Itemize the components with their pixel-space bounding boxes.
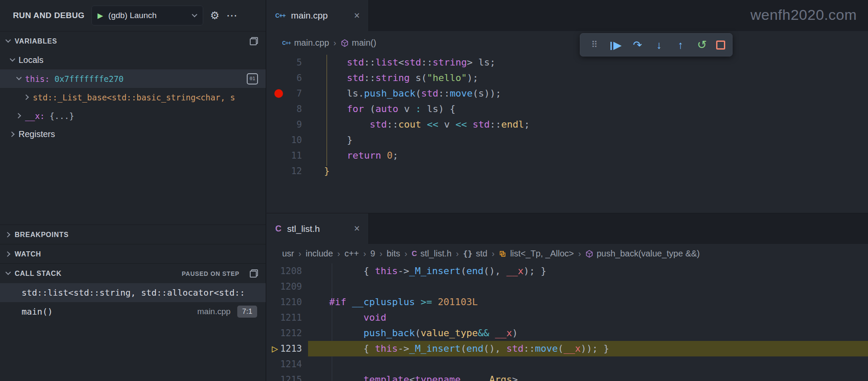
code-text[interactable]: return 0;	[267, 148, 868, 163]
code-text[interactable]: push_back(value_type&& __x)	[267, 325, 868, 341]
code-text[interactable]: }	[267, 132, 868, 148]
line-number[interactable]: 1215	[267, 372, 302, 381]
collapse-all-icon[interactable]	[250, 269, 258, 278]
line-number[interactable]: 1212	[267, 325, 302, 341]
breadcrumb-label: stl_list.h	[420, 249, 451, 259]
gear-icon[interactable]: ⚙	[210, 9, 220, 22]
cpp-file-icon: C++	[275, 12, 285, 19]
breadcrumb-item[interactable]: Cstl_list.h	[412, 249, 452, 259]
breadcrumb-item[interactable]: include	[305, 249, 333, 259]
code-text[interactable]: void	[267, 310, 868, 325]
code-line[interactable]: 8 for (auto v : ls) {	[267, 101, 868, 117]
binary-view-icon[interactable]: 01	[247, 73, 258, 84]
frame-position-badge: 7:1	[237, 306, 257, 318]
line-number[interactable]: 12	[267, 163, 302, 179]
stop-button[interactable]	[716, 41, 725, 50]
code-line[interactable]: 10 }	[267, 132, 868, 148]
breadcrumb-item[interactable]: list<_Tp, _Alloc>	[499, 249, 574, 259]
line-number[interactable]: 8	[267, 101, 302, 117]
code-line[interactable]: 1212 push_back(value_type&& __x)	[267, 325, 868, 341]
line-number[interactable]: 10	[267, 132, 302, 148]
line-number[interactable]: 7	[267, 86, 302, 101]
variables-scope-locals[interactable]: Locals	[0, 51, 266, 69]
code-line[interactable]: 5 std::list<std::string> ls;	[267, 55, 868, 70]
line-number[interactable]: 1214	[267, 356, 302, 372]
breadcrumb-item[interactable]: bits	[387, 249, 400, 259]
line-number[interactable]: 1210	[267, 294, 302, 310]
code-text[interactable]: for (auto v : ls) {	[267, 101, 868, 117]
code-line[interactable]: 1211 void	[267, 310, 868, 325]
continue-button[interactable]: ▶	[609, 39, 623, 51]
more-actions-icon[interactable]: ⋯	[226, 9, 239, 22]
variable-listbase-row[interactable]: std::_List_base<std::basic_string<char, …	[0, 88, 266, 106]
breadcrumb-label: include	[305, 249, 333, 259]
breadcrumb-item[interactable]: 9	[371, 249, 375, 259]
variable-x-row[interactable]: __x: {...}	[0, 106, 266, 125]
code-text[interactable]: std::string s("hello");	[267, 70, 868, 86]
close-icon[interactable]: ×	[354, 223, 360, 234]
code-text[interactable]: }	[267, 163, 868, 179]
variable-name: this:	[25, 74, 50, 84]
chevron-down-icon	[10, 56, 16, 62]
watch-section-header[interactable]: WATCH	[0, 244, 266, 264]
breadcrumb-item[interactable]: usr	[282, 249, 294, 259]
line-number[interactable]: 1208	[267, 263, 302, 279]
line-number[interactable]: 5	[267, 55, 302, 70]
line-number[interactable]: 1211	[267, 310, 302, 325]
restart-button[interactable]: ↺	[695, 38, 709, 52]
tab-main-cpp[interactable]: C++ main.cpp ×	[267, 0, 369, 31]
code-line[interactable]: 1208 { this->_M_insert(end(), __x); }	[267, 263, 868, 279]
paused-status-badge: PAUSED ON STEP	[182, 270, 239, 277]
breakpoint-icon[interactable]	[274, 89, 283, 98]
tab-stl-list-h[interactable]: C stl_list.h ×	[267, 213, 369, 244]
code-line[interactable]: 1215 template<typename... _Args>	[267, 372, 868, 381]
breadcrumb-separator: ›	[299, 249, 302, 259]
close-icon[interactable]: ×	[354, 10, 360, 22]
breakpoints-section-header[interactable]: BREAKPOINTS	[0, 225, 266, 244]
code-line[interactable]: 9 std::cout << v << std::endl;	[267, 117, 868, 132]
code-editor-main-cpp[interactable]: 5 std::list<std::string> ls;6 std::strin…	[267, 55, 868, 179]
call-stack-section-header[interactable]: CALL STACK PAUSED ON STEP	[0, 263, 266, 283]
code-text[interactable]: std::list<std::string> ls;	[267, 55, 868, 70]
chevron-right-icon	[16, 113, 21, 119]
line-number[interactable]: 9	[267, 117, 302, 132]
variable-this-row[interactable]: this: 0x7fffffffe270 01	[0, 69, 266, 88]
code-text[interactable]: std::cout << v << std::endl;	[267, 117, 868, 132]
code-line[interactable]: 1210#if __cplusplus >= 201103L	[267, 294, 868, 310]
breadcrumb-item[interactable]: push_back(value_type &&)	[585, 249, 700, 259]
breadcrumb-item[interactable]: C++main.cpp	[282, 38, 329, 48]
step-into-button[interactable]: ↓	[651, 39, 666, 51]
step-over-button[interactable]: ↷	[630, 39, 645, 51]
code-line[interactable]: 1213▷ { this->_M_insert(end(), std::move…	[267, 341, 868, 356]
variables-section-header[interactable]: VARIABLES	[0, 31, 266, 51]
code-text[interactable]: { this->_M_insert(end(), __x); }	[267, 263, 868, 279]
tab-bar: C stl_list.h ×	[267, 213, 868, 244]
code-line[interactable]: 12}	[267, 163, 868, 179]
code-text[interactable]: { this->_M_insert(end(), std::move(__x))…	[267, 341, 868, 356]
line-number[interactable]: 6	[267, 70, 302, 86]
stack-frame[interactable]: main() main.cpp 7:1	[0, 302, 266, 321]
code-line[interactable]: 11 return 0;	[267, 148, 868, 163]
stack-frame[interactable]: std::list<std::string, std::allocator<st…	[0, 283, 266, 302]
launch-config-dropdown[interactable]: ▶ (gdb) Launch	[91, 6, 203, 25]
drag-handle-icon[interactable]: ⠿	[587, 40, 602, 50]
code-editor-stl-list-h[interactable]: 1208 { this->_M_insert(end(), __x); }120…	[267, 263, 868, 381]
breadcrumb-item[interactable]: main()	[341, 38, 377, 48]
editor-area: C++ main.cpp × wenfh2020.com C++main.cpp…	[267, 0, 868, 381]
breadcrumb-item[interactable]: {}std	[463, 249, 487, 259]
code-text[interactable]: ls.push_back(std::move(s));	[267, 86, 868, 101]
code-text[interactable]: #if __cplusplus >= 201103L	[267, 294, 868, 310]
call-stack-frames: std::list<std::string, std::allocator<st…	[0, 283, 266, 321]
breadcrumb-item[interactable]: c++	[345, 249, 359, 259]
panel-title: RUN AND DEBUG	[13, 11, 85, 20]
variables-scope-registers[interactable]: Registers	[0, 125, 266, 144]
code-line[interactable]: 6 std::string s("hello");	[267, 70, 868, 86]
step-out-button[interactable]: ↑	[673, 39, 688, 51]
code-line[interactable]: 7 ls.push_back(std::move(s));	[267, 86, 868, 101]
collapse-all-icon[interactable]	[250, 37, 258, 45]
line-number[interactable]: 1209	[267, 279, 302, 294]
code-text[interactable]: template<typename... _Args>	[267, 372, 868, 381]
code-line[interactable]: 1214	[267, 356, 868, 372]
code-line[interactable]: 1209	[267, 279, 868, 294]
line-number[interactable]: 11	[267, 148, 302, 163]
